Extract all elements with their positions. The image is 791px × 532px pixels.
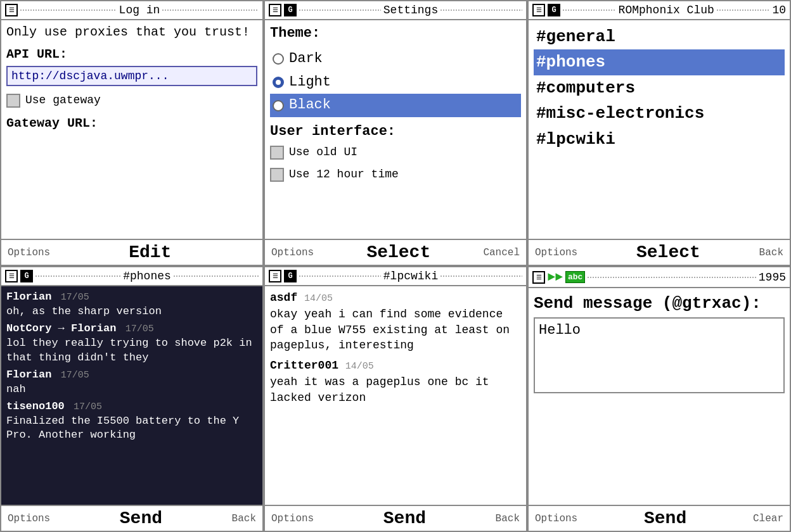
phones-msg-4-text: Finalized the I5500 battery to the Y Pro… — [6, 414, 257, 443]
channels-g-icon: G — [548, 4, 560, 16]
panel-login-content: Only use proxies that you trust! API URL… — [1, 20, 262, 239]
lpcwiki-msg-1-text: okay yeah i can find some evidence of a … — [270, 307, 521, 353]
lpcwiki-msg-2-text: yeah it was a pageplus one bc it lacked … — [270, 374, 521, 405]
lpcwiki-send-button[interactable]: Send — [383, 509, 426, 528]
gateway-url-label: Gateway URL: — [6, 115, 257, 132]
phones-msg-1-text: oh, as the sharp version — [6, 305, 257, 319]
panel-lpcwiki-footer: Options Send Back — [265, 505, 526, 531]
channels-count: 10 — [772, 4, 786, 16]
login-options-button[interactable]: Options — [8, 247, 50, 258]
phones-msg-3-text: nah — [6, 383, 257, 397]
phones-msg-3: Florian 17/05 nah — [6, 368, 257, 397]
arrow-icon: ►► — [548, 270, 563, 284]
lpcwiki-msg-2-date: 14/05 — [345, 361, 374, 372]
channels-back-button[interactable]: Back — [759, 247, 783, 258]
gateway-checkbox-row[interactable]: Use gateway — [6, 92, 257, 108]
channel-general[interactable]: #general — [534, 24, 785, 49]
send-options-button[interactable]: Options — [535, 513, 577, 524]
settings-menu-icon[interactable]: ☰ — [269, 4, 281, 16]
lpcwiki-msg-1-date: 14/05 — [304, 293, 333, 304]
panel-channels: ☰ G ROMphonix Club 10 #general #phones #… — [527, 0, 791, 266]
channel-phones[interactable]: #phones — [534, 49, 785, 75]
settings-select-button[interactable]: Select — [366, 243, 430, 262]
12hr-checkbox-row[interactable]: Use 12 hour time — [270, 167, 521, 182]
lpcwiki-g-icon: G — [284, 270, 297, 282]
panel-phones-chat: ☰ G #phones Florian 17/05 oh, as the sha… — [0, 266, 264, 532]
old-ui-checkbox[interactable] — [270, 146, 284, 160]
abc-badge: abc — [565, 271, 585, 283]
panel-phones-header: ☰ G #phones — [1, 267, 262, 286]
panel-channels-content: #general #phones #computers #misc-electr… — [529, 20, 790, 239]
panel-settings-footer: Options Select Cancel — [265, 239, 526, 265]
lpcwiki-msg-1: asdf 14/05 okay yeah i can find some evi… — [270, 290, 521, 353]
lpcwiki-menu-icon[interactable]: ☰ — [269, 270, 281, 282]
panel-channels-title: ROMphonix Club — [619, 4, 714, 16]
panel-settings: ☰ G Settings Theme: Dark Light Black Use… — [264, 0, 527, 266]
send-message-title: Send message (@gtrxac): — [534, 292, 785, 315]
panel-send-header: ☰ ►► abc 1995 — [529, 267, 790, 288]
settings-options-button[interactable]: Options — [271, 247, 314, 258]
login-footer-right — [250, 247, 256, 258]
phones-back-button[interactable]: Back — [232, 513, 256, 524]
phones-msg-4-user: tiseno100 — [6, 400, 65, 412]
theme-light-option[interactable]: Light — [270, 71, 521, 94]
theme-black-label: Black — [289, 96, 331, 115]
channels-select-button[interactable]: Select — [636, 243, 700, 262]
panel-settings-header: ☰ G Settings — [265, 1, 526, 20]
gateway-checkbox-label: Use gateway — [25, 92, 101, 108]
theme-label: Theme: — [270, 24, 521, 44]
api-url-label: API URL: — [6, 46, 257, 63]
phones-send-button[interactable]: Send — [120, 509, 162, 528]
send-menu-icon[interactable]: ☰ — [532, 271, 545, 284]
api-url-input[interactable] — [6, 66, 257, 86]
panel-settings-title: Settings — [383, 4, 438, 16]
phones-msg-1-date: 17/05 — [61, 292, 89, 303]
phones-g-icon: G — [20, 270, 33, 282]
panel-login-header: ☰ Log in — [1, 1, 262, 20]
old-ui-label: Use old UI — [289, 144, 357, 160]
phones-options-button[interactable]: Options — [8, 513, 50, 524]
lpcwiki-options-button[interactable]: Options — [271, 513, 314, 524]
settings-g-icon: G — [284, 4, 297, 16]
panel-login-title: Log in — [119, 4, 160, 16]
old-ui-checkbox-row[interactable]: Use old UI — [270, 144, 521, 160]
lpcwiki-msg-2-user: Critter001 — [270, 359, 338, 372]
lpcwiki-msg-2: Critter001 14/05 yeah it was a pageplus … — [270, 358, 521, 405]
phones-msg-3-date: 17/05 — [61, 370, 89, 381]
theme-dark-radio[interactable] — [273, 53, 284, 65]
panel-lpcwiki-header: ☰ G #lpcwiki — [265, 267, 526, 286]
panel-send-content: Send message (@gtrxac): Hello — [529, 288, 790, 505]
panel-login: ☰ Log in Only use proxies that you trust… — [0, 0, 264, 266]
login-warning: Only use proxies that you trust! — [6, 24, 257, 41]
theme-dark-option[interactable]: Dark — [270, 48, 521, 71]
panel-send-message: ☰ ►► abc 1995 Send message (@gtrxac): He… — [527, 266, 791, 532]
channels-options-button[interactable]: Options — [535, 247, 577, 258]
phones-msg-4-date: 17/05 — [74, 402, 102, 412]
channel-computers[interactable]: #computers — [534, 75, 785, 101]
lpcwiki-back-button[interactable]: Back — [496, 513, 520, 524]
phones-msg-2: NotCory → Florian 17/05 lol they really … — [6, 322, 257, 365]
theme-black-radio[interactable] — [273, 100, 284, 111]
panel-lpcwiki-title: #lpcwiki — [383, 270, 438, 282]
send-header-icons: ►► abc — [548, 270, 585, 284]
phones-menu-icon[interactable]: ☰ — [5, 270, 18, 282]
send-clear-button[interactable]: Clear — [753, 513, 783, 524]
channel-misc-electronics[interactable]: #misc-electronics — [534, 101, 785, 126]
12hr-checkbox[interactable] — [270, 168, 284, 182]
login-edit-button[interactable]: Edit — [129, 243, 171, 262]
theme-dark-label: Dark — [289, 49, 323, 69]
phones-msg-1-user: Florian — [6, 291, 51, 303]
panel-channels-footer: Options Select Back — [529, 239, 790, 265]
send-send-button[interactable]: Send — [644, 509, 686, 528]
gateway-checkbox[interactable] — [6, 94, 20, 108]
theme-light-radio[interactable] — [273, 77, 284, 88]
theme-black-option[interactable]: Black — [270, 94, 521, 117]
menu-icon[interactable]: ☰ — [5, 4, 18, 16]
settings-cancel-button[interactable]: Cancel — [483, 247, 520, 258]
channels-menu-icon[interactable]: ☰ — [532, 4, 545, 16]
send-message-input[interactable]: Hello — [534, 317, 785, 393]
send-count: 1995 — [759, 271, 786, 284]
phones-msg-2-text: lol they really trying to shove p2k in t… — [6, 336, 257, 365]
channel-lpcwiki[interactable]: #lpcwiki — [534, 127, 785, 152]
panel-login-footer: Options Edit — [1, 239, 262, 265]
